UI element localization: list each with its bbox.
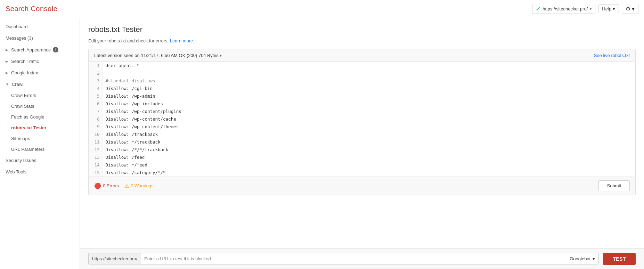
line-content: Disallow: /wp-content/themes xyxy=(103,123,635,131)
line-number: 13 xyxy=(89,154,103,161)
crawl-errors-label: Crawl Errors xyxy=(11,93,36,98)
warnings-status: ⚠ 0 Warnings xyxy=(124,183,153,189)
help-label: Help xyxy=(602,6,611,11)
status-left: 🔴 0 Errors ⚠ 0 Warnings xyxy=(94,182,154,189)
bot-name: Googlebot xyxy=(570,256,590,261)
status-bar: 🔴 0 Errors ⚠ 0 Warnings Submit xyxy=(88,177,636,195)
table-row: 3#standart disallows xyxy=(89,77,635,85)
table-row: 1User-agent: * xyxy=(89,62,635,70)
settings-button[interactable]: ⚙ ▾ xyxy=(622,4,638,14)
line-number: 12 xyxy=(89,146,103,154)
help-button[interactable]: Help ▾ xyxy=(598,5,619,13)
line-content: Disallow: /cgi-bin xyxy=(103,85,635,92)
see-live-link[interactable]: See live robots.txt xyxy=(594,53,630,58)
page-subtitle: Edit your robots.txt and check for error… xyxy=(88,38,636,43)
sidebar-sub-fetch-as-google[interactable]: Fetch as Google xyxy=(0,112,80,122)
line-number: 1 xyxy=(89,62,103,70)
gear-icon: ⚙ xyxy=(626,6,630,12)
version-bar: Latest version seen on 11/21/17, 6:56 AM… xyxy=(88,49,636,62)
sidebar-item-google-index[interactable]: ▶ Google Index xyxy=(0,67,80,79)
content-area: robots.txt Tester Edit your robots.txt a… xyxy=(80,18,644,269)
line-number: 7 xyxy=(89,108,103,115)
line-number: 11 xyxy=(89,138,103,146)
url-test-input[interactable] xyxy=(141,253,566,264)
errors-count: 0 Errors xyxy=(103,183,119,188)
line-number: 4 xyxy=(89,85,103,92)
code-table: 1User-agent: *23#standart disallows4Disa… xyxy=(89,62,635,177)
site-selector-caret: ▾ xyxy=(590,7,592,11)
header: Search Console ✔ https://sitechecker.pro… xyxy=(0,0,644,18)
sidebar-sub-sitemaps[interactable]: Sitemaps xyxy=(0,133,80,144)
line-content: Disallow: /wp-includes xyxy=(103,100,635,108)
url-parameters-label: URL Parameters xyxy=(11,147,44,152)
site-selector[interactable]: ✔ https://sitechecker.pro/ ▾ xyxy=(532,4,595,14)
sidebar-sub-crawl-errors[interactable]: Crawl Errors xyxy=(0,90,80,101)
sidebar-item-search-appearance[interactable]: ▶ Search Appearance i xyxy=(0,44,80,56)
sidebar-item-dashboard[interactable]: Dashboard xyxy=(0,21,80,32)
table-row: 9Disallow: /wp-content/themes xyxy=(89,123,635,131)
sidebar-sub-crawl-stats[interactable]: Crawl Stats xyxy=(0,101,80,112)
table-row: 8Disallow: /wp-content/cache xyxy=(89,115,635,123)
line-number: 15 xyxy=(89,169,103,177)
search-appearance-label: Search Appearance xyxy=(11,47,51,52)
bot-caret: ▾ xyxy=(593,256,595,261)
line-content xyxy=(103,70,635,77)
line-number: 8 xyxy=(89,115,103,123)
warnings-count: 0 Warnings xyxy=(131,183,153,188)
security-issues-label: Security Issues xyxy=(6,158,36,163)
sidebar-item-search-traffic[interactable]: ▶ Search Traffic xyxy=(0,56,80,67)
table-row: 2 xyxy=(89,70,635,77)
line-content: Disallow: /*/*/trackback xyxy=(103,146,635,154)
version-dropdown-caret[interactable]: ▾ xyxy=(220,53,222,58)
submit-button[interactable]: Submit xyxy=(598,180,630,191)
crawl-label: Crawl xyxy=(12,82,23,87)
sitemaps-label: Sitemaps xyxy=(11,136,30,141)
line-number: 14 xyxy=(89,161,103,169)
line-number: 9 xyxy=(89,123,103,131)
check-icon: ✔ xyxy=(536,6,540,12)
line-content: Disallow: /trackback xyxy=(103,131,635,138)
table-row: 5Disallow: /wp-admin xyxy=(89,92,635,100)
google-index-caret: ▶ xyxy=(6,71,8,75)
table-row: 4Disallow: /cgi-bin xyxy=(89,85,635,92)
sidebar-item-security-issues[interactable]: Security Issues xyxy=(0,155,80,166)
sidebar-item-web-tools[interactable]: Web Tools xyxy=(0,166,80,178)
settings-caret: ▾ xyxy=(632,6,635,12)
table-row: 13Disallow: /feed xyxy=(89,154,635,161)
search-appearance-caret: ▶ xyxy=(6,48,8,52)
sidebar-item-crawl[interactable]: ▼ Crawl xyxy=(0,79,80,90)
line-number: 10 xyxy=(89,131,103,138)
line-content: User-agent: * xyxy=(103,62,635,70)
errors-status: 🔴 0 Errors xyxy=(94,182,119,189)
version-text: Latest version seen on 11/21/17, 6:56 AM… xyxy=(94,53,219,58)
code-editor[interactable]: 1User-agent: *23#standart disallows4Disa… xyxy=(88,62,636,177)
test-button[interactable]: TEST xyxy=(603,253,636,265)
line-content: Disallow: /wp-content/plugins xyxy=(103,108,635,115)
search-traffic-caret: ▶ xyxy=(6,59,8,63)
table-row: 7Disallow: /wp-content/plugins xyxy=(89,108,635,115)
version-info: Latest version seen on 11/21/17, 6:56 AM… xyxy=(94,53,222,58)
table-row: 14Disallow: */feed xyxy=(89,161,635,169)
main-container: Dashboard Messages (3) ▶ Search Appearan… xyxy=(0,18,644,269)
subtitle-text: Edit your robots.txt and check for error… xyxy=(88,38,169,43)
table-row: 12Disallow: /*/*/trackback xyxy=(89,146,635,154)
google-index-label: Google Index xyxy=(11,70,38,75)
sidebar: Dashboard Messages (3) ▶ Search Appearan… xyxy=(0,18,80,269)
app-title: Search Console xyxy=(6,5,57,13)
bot-selector[interactable]: Googlebot ▾ xyxy=(566,253,599,264)
line-content: Disallow: /feed xyxy=(103,154,635,161)
sidebar-sub-robots-tester[interactable]: robots.txt Tester xyxy=(0,122,80,133)
robots-tester-label: robots.txt Tester xyxy=(11,125,47,130)
fetch-as-google-label: Fetch as Google xyxy=(11,114,44,120)
table-row: 11Disallow: */trackback xyxy=(89,138,635,146)
table-row: 10Disallow: /trackback xyxy=(89,131,635,138)
dashboard-label: Dashboard xyxy=(6,24,28,29)
table-row: 6Disallow: /wp-includes xyxy=(89,100,635,108)
sidebar-item-messages[interactable]: Messages (3) xyxy=(0,32,80,44)
crawl-caret: ▼ xyxy=(6,82,9,86)
search-traffic-label: Search Traffic xyxy=(11,59,39,64)
messages-label: Messages (3) xyxy=(6,35,33,41)
learn-more-link[interactable]: Learn more. xyxy=(170,38,194,43)
sidebar-sub-url-parameters[interactable]: URL Parameters xyxy=(0,144,80,155)
site-url-label: https://sitechecker.pro/ xyxy=(543,6,588,11)
